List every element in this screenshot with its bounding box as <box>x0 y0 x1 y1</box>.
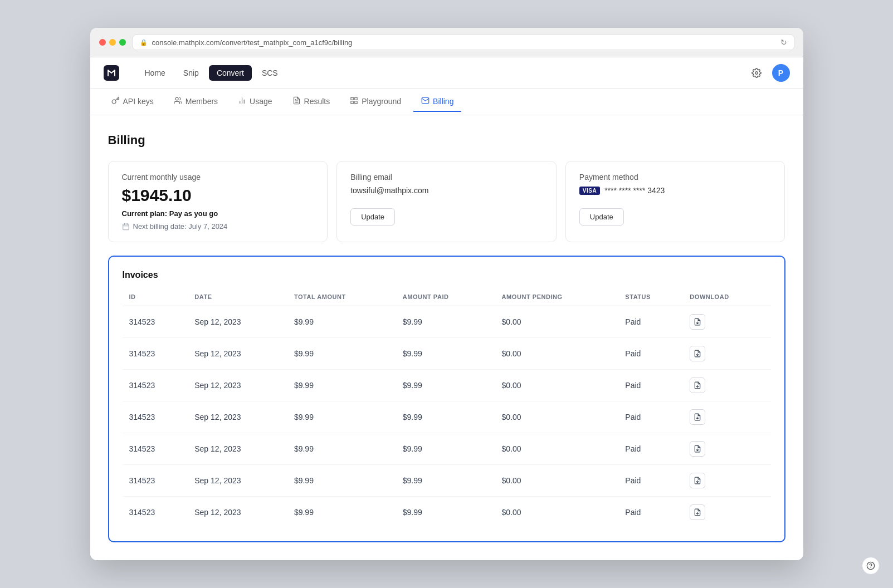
update-email-button[interactable]: Update <box>350 208 395 226</box>
page-content: Billing Current monthly usage $1945.10 C… <box>90 115 803 560</box>
cell-pending: $0.00 <box>495 401 619 433</box>
email-card-label: Billing email <box>350 173 543 182</box>
nav-right: P <box>748 64 790 82</box>
logo[interactable] <box>104 65 119 81</box>
cell-download <box>683 338 770 370</box>
close-dot[interactable] <box>99 39 106 46</box>
settings-button[interactable] <box>748 64 765 82</box>
subnav-billing-label: Billing <box>433 97 453 106</box>
usage-plan-name: Pay as you go <box>169 209 218 218</box>
api-keys-icon <box>111 96 120 106</box>
subnav-results-label: Results <box>304 97 330 106</box>
subnav-results[interactable]: Results <box>285 92 338 112</box>
usage-plan: Current plan: Pay as you go <box>122 209 314 218</box>
download-button[interactable] <box>690 504 705 520</box>
subnav-usage[interactable]: Usage <box>230 92 280 112</box>
cell-date: Sep 12, 2023 <box>188 401 287 433</box>
refresh-icon[interactable]: ↻ <box>780 38 787 47</box>
col-download: DOWNLOAD <box>683 289 770 306</box>
table-row: 314523 Sep 12, 2023 $9.99 $9.99 $0.00 Pa… <box>123 338 771 370</box>
cell-download <box>683 433 770 465</box>
nav-item-convert[interactable]: Convert <box>209 65 252 81</box>
lock-icon: 🔒 <box>140 39 148 46</box>
table-row: 314523 Sep 12, 2023 $9.99 $9.99 $0.00 Pa… <box>123 465 771 497</box>
invoices-section: Invoices ID DATE TOTAL AMOUNT AMOUNT PAI… <box>108 256 785 542</box>
cell-pending: $0.00 <box>495 465 619 497</box>
browser-dots <box>99 39 126 46</box>
cell-id: 314523 <box>123 497 188 528</box>
billing-date-text: Next billing date: July 7, 2024 <box>133 222 228 231</box>
cell-download <box>683 401 770 433</box>
cell-date: Sep 12, 2023 <box>188 465 287 497</box>
cell-date: Sep 12, 2023 <box>188 433 287 465</box>
cell-id: 314523 <box>123 465 188 497</box>
download-button[interactable] <box>690 473 705 488</box>
cell-paid: $9.99 <box>396 370 495 401</box>
url-text: console.mathpix.com/convert/test_mathpix… <box>152 38 353 47</box>
playground-icon <box>350 96 358 106</box>
nav-item-scs[interactable]: SCS <box>254 65 286 81</box>
svg-rect-6 <box>355 101 357 104</box>
invoices-header-row: ID DATE TOTAL AMOUNT AMOUNT PAID AMOUNT … <box>123 289 771 306</box>
subnav-members-label: Members <box>186 97 218 106</box>
svg-rect-4 <box>351 97 353 100</box>
cell-download <box>683 465 770 497</box>
cell-pending: $0.00 <box>495 433 619 465</box>
cell-date: Sep 12, 2023 <box>188 497 287 528</box>
billing-date: Next billing date: July 7, 2024 <box>122 222 314 231</box>
payment-card: Payment method VISA **** **** **** 3423 … <box>565 161 785 242</box>
cell-paid: $9.99 <box>396 306 495 338</box>
page-title: Billing <box>108 133 785 148</box>
email-value: towsiful@mathpix.com <box>350 186 543 195</box>
cell-status: Paid <box>618 338 683 370</box>
invoices-table: ID DATE TOTAL AMOUNT AMOUNT PAID AMOUNT … <box>123 289 771 528</box>
cell-total: $9.99 <box>287 433 396 465</box>
billing-cards: Current monthly usage $1945.10 Current p… <box>108 161 785 242</box>
download-button[interactable] <box>690 378 705 393</box>
cell-paid: $9.99 <box>396 433 495 465</box>
address-bar[interactable]: 🔒 console.mathpix.com/convert/test_mathp… <box>133 35 794 50</box>
subnav-playground[interactable]: Playground <box>342 92 409 112</box>
logo-icon <box>104 65 119 81</box>
table-row: 314523 Sep 12, 2023 $9.99 $9.99 $0.00 Pa… <box>123 306 771 338</box>
download-button[interactable] <box>690 409 705 425</box>
top-nav: Home Snip Convert SCS P <box>90 57 803 89</box>
cell-total: $9.99 <box>287 401 396 433</box>
usage-amount: $1945.10 <box>122 186 314 205</box>
subnav-usage-label: Usage <box>250 97 272 106</box>
table-row: 314523 Sep 12, 2023 $9.99 $9.99 $0.00 Pa… <box>123 370 771 401</box>
minimize-dot[interactable] <box>109 39 116 46</box>
cell-paid: $9.99 <box>396 338 495 370</box>
nav-item-snip[interactable]: Snip <box>175 65 207 81</box>
cell-total: $9.99 <box>287 497 396 528</box>
subnav-api-keys-label: API keys <box>123 97 154 106</box>
cell-status: Paid <box>618 433 683 465</box>
col-pending: AMOUNT PENDING <box>495 289 619 306</box>
cell-paid: $9.99 <box>396 497 495 528</box>
subnav-members[interactable]: Members <box>166 92 226 112</box>
table-row: 314523 Sep 12, 2023 $9.99 $9.99 $0.00 Pa… <box>123 497 771 528</box>
nav-item-home[interactable]: Home <box>137 65 173 81</box>
download-button[interactable] <box>690 441 705 457</box>
maximize-dot[interactable] <box>119 39 126 46</box>
cell-status: Paid <box>618 370 683 401</box>
download-button[interactable] <box>690 314 705 330</box>
col-id: ID <box>123 289 188 306</box>
svg-point-1 <box>175 97 178 100</box>
cell-pending: $0.00 <box>495 338 619 370</box>
avatar[interactable]: P <box>772 64 790 82</box>
subnav-playground-label: Playground <box>362 97 401 106</box>
payment-card-label: Payment method <box>579 173 772 182</box>
cell-pending: $0.00 <box>495 497 619 528</box>
browser-chrome: 🔒 console.mathpix.com/convert/test_mathp… <box>90 28 803 57</box>
app-container: Home Snip Convert SCS P <box>90 57 803 560</box>
subnav-billing[interactable]: Billing <box>413 92 461 112</box>
update-payment-button[interactable]: Update <box>579 208 624 226</box>
members-icon <box>174 96 182 106</box>
cell-status: Paid <box>618 465 683 497</box>
visa-row: VISA **** **** **** 3423 <box>579 186 772 195</box>
subnav-api-keys[interactable]: API keys <box>104 92 162 112</box>
cell-id: 314523 <box>123 338 188 370</box>
usage-icon <box>238 96 246 106</box>
download-button[interactable] <box>690 346 705 361</box>
